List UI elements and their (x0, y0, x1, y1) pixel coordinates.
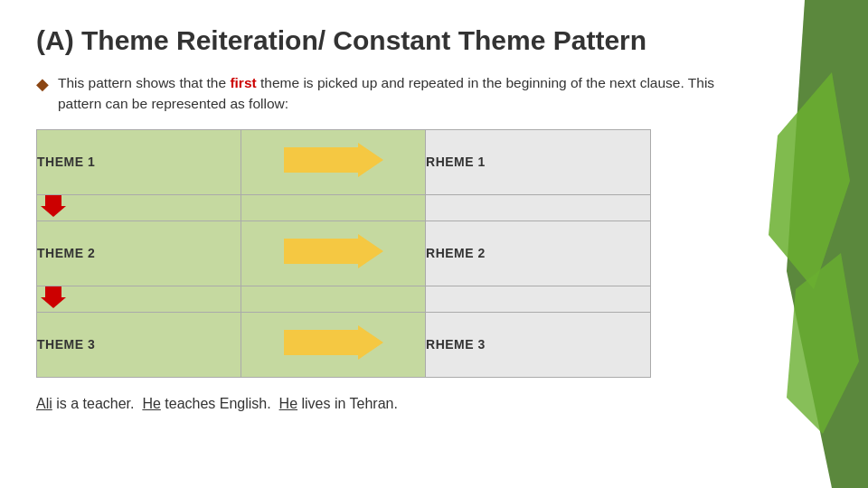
empty-rheme-1 (426, 194, 651, 221)
highlight-first: first (230, 75, 256, 90)
empty-2 (241, 286, 426, 312)
down-arrow-row-2 (37, 286, 651, 312)
bullet-icon: ◆ (36, 74, 49, 94)
right-arrow-1 (284, 143, 383, 177)
diagram-row-1: THEME 1 RHEME 1 (37, 129, 651, 194)
down-arrow-row-1 (37, 194, 651, 221)
arrow-cell-1 (241, 129, 426, 194)
diagram-row-3: THEME 3 RHEME 3 (37, 312, 651, 377)
rheme-cell-1: RHEME 1 (426, 129, 651, 194)
page-title: (A) Theme Reiteration/ Constant Theme Pa… (36, 25, 741, 56)
example-sentence: Ali is a teacher. He teaches English. He… (36, 396, 741, 412)
rheme-cell-2: RHEME 2 (426, 221, 651, 286)
right-arrow-3 (284, 325, 383, 360)
diagram-table: THEME 1 RHEME 1 (36, 129, 651, 378)
down-arrow-cell-1 (37, 194, 241, 221)
theme-label-3: THEME 3 (37, 337, 95, 352)
down-arrow-2 (37, 286, 70, 308)
example-he-2: He (279, 396, 297, 411)
theme-cell-3: THEME 3 (37, 312, 241, 377)
rheme-label-1: RHEME 1 (426, 155, 486, 169)
theme-cell-2: THEME 2 (37, 221, 241, 286)
empty-1 (241, 194, 426, 221)
example-ali: Ali (36, 396, 52, 411)
right-arrow-2 (284, 234, 383, 268)
theme-label-1: THEME 1 (37, 155, 95, 169)
rheme-label-2: RHEME 2 (426, 246, 486, 260)
down-arrow-1 (37, 195, 70, 217)
rheme-cell-3: RHEME 3 (426, 312, 651, 377)
down-arrow-cell-2 (37, 286, 241, 312)
bullet-text: This pattern shows that the first theme … (58, 72, 741, 115)
rheme-label-3: RHEME 3 (426, 337, 486, 352)
arrow-cell-2 (241, 221, 426, 286)
empty-rheme-2 (426, 286, 651, 312)
theme-label-2: THEME 2 (37, 246, 95, 260)
diagram-row-2: THEME 2 RHEME 2 (37, 221, 651, 286)
bullet-section: ◆ This pattern shows that the first them… (36, 72, 741, 115)
theme-cell-1: THEME 1 (37, 129, 241, 194)
arrow-cell-3 (241, 312, 426, 377)
example-he-1: He (142, 396, 160, 411)
